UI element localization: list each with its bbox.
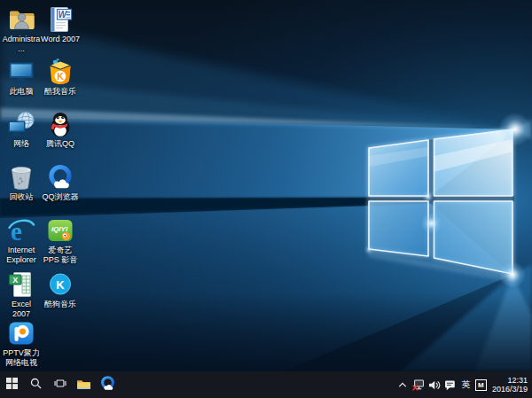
icon-label: 酷狗音乐 — [44, 300, 76, 309]
clock-date: 2016/3/19 — [492, 385, 528, 394]
volume-icon[interactable] — [427, 371, 442, 398]
icon-label: 腾讯QQ — [46, 139, 74, 149]
svg-text:K: K — [57, 71, 64, 82]
qq-browser-icon — [99, 375, 116, 394]
desktop-icon-recycle-bin[interactable]: 回收站 — [2, 163, 41, 202]
icon-label: PPTV聚力 网络电视 — [2, 348, 41, 368]
icon-label: QQ浏览器 — [42, 192, 78, 202]
pptv-icon — [7, 319, 35, 347]
task-view-button[interactable] — [48, 371, 72, 398]
desktop-icon-network[interactable]: 网络 — [2, 110, 41, 149]
search-icon — [30, 378, 42, 392]
ime-indicator[interactable]: M — [475, 379, 487, 391]
icon-label: 酷我音乐 — [44, 87, 76, 97]
desktop-icon-administrator[interactable]: Administra... — [2, 5, 41, 54]
recycle-bin-icon — [7, 163, 35, 191]
kuwo-box-icon: K — [46, 58, 74, 86]
desktop-icon-excel-2007[interactable]: X Excel 2007 — [2, 270, 41, 319]
svg-text:X: X — [12, 276, 18, 285]
desktop-icon-kuwo-music[interactable]: K 酷我音乐 — [41, 58, 80, 97]
desktop-wallpaper — [0, 0, 532, 371]
icon-label: 此电脑 — [10, 87, 34, 97]
desktop-icon-pptv[interactable]: PPTV聚力 网络电视 — [2, 319, 41, 368]
icon-label: Administra... — [2, 35, 41, 54]
desktop-icon-kugou-music[interactable]: K 酷狗音乐 — [41, 270, 80, 309]
qq-penguin-icon — [46, 110, 74, 138]
search-button[interactable] — [24, 371, 48, 398]
desktop-icon-tencent-qq[interactable]: 腾讯QQ — [41, 110, 80, 149]
desktop-icon-this-pc[interactable]: 此电脑 — [2, 58, 41, 97]
svg-text:iQIYI: iQIYI — [51, 225, 68, 233]
task-view-icon — [54, 378, 66, 392]
file-explorer-button[interactable] — [72, 371, 96, 398]
desktop-icon-iqiyi-pps[interactable]: iQIYI 爱奇艺PPS 影音 — [41, 216, 80, 265]
file-explorer-icon — [76, 378, 91, 393]
desktop-icon-internet-explorer[interactable]: e Internet Explorer — [2, 216, 41, 265]
qq-browser-taskbar-button[interactable] — [96, 371, 120, 398]
start-button[interactable] — [0, 371, 24, 398]
windows-logo-icon — [6, 378, 18, 392]
icon-label: Excel 2007 — [2, 300, 41, 319]
svg-text:K: K — [56, 278, 65, 292]
qq-browser-icon — [46, 163, 74, 191]
clock-time: 12:31 — [492, 376, 528, 386]
icon-label: Internet Explorer — [2, 246, 41, 265]
taskbar-clock[interactable]: 12:31 2016/3/19 — [489, 371, 532, 398]
user-folder-icon — [7, 5, 35, 34]
computer-monitor-icon — [7, 58, 35, 86]
desktop-icon-word-2007[interactable]: W Word 2007 — [41, 5, 80, 44]
message-tray-icon[interactable] — [443, 371, 458, 398]
network-disconnected-icon[interactable] — [411, 371, 426, 398]
icon-label: Word 2007 — [41, 35, 80, 44]
windows-desktop: { "desktop": { "icons": [ {"label": "Adm… — [0, 0, 532, 398]
excel-spreadsheet-icon: X — [7, 270, 35, 299]
internet-explorer-icon: e — [7, 216, 35, 245]
icon-label: 回收站 — [10, 192, 34, 202]
word-document-icon: W — [46, 5, 74, 34]
icon-label: 网络 — [13, 139, 29, 149]
taskbar: 英 M 12:31 2016/3/19 — [0, 371, 532, 398]
iqiyi-pps-icon: iQIYI — [46, 216, 74, 245]
tray-overflow-chevron-icon[interactable] — [395, 371, 410, 398]
desktop-icon-qq-browser[interactable]: QQ浏览器 — [41, 163, 80, 202]
system-tray: 英 M 12:31 2016/3/19 — [395, 371, 532, 398]
language-indicator[interactable]: 英 — [459, 371, 473, 398]
network-globe-icon — [7, 110, 35, 138]
kugou-icon: K — [46, 270, 74, 299]
icon-label: 爱奇艺PPS 影音 — [41, 246, 80, 265]
